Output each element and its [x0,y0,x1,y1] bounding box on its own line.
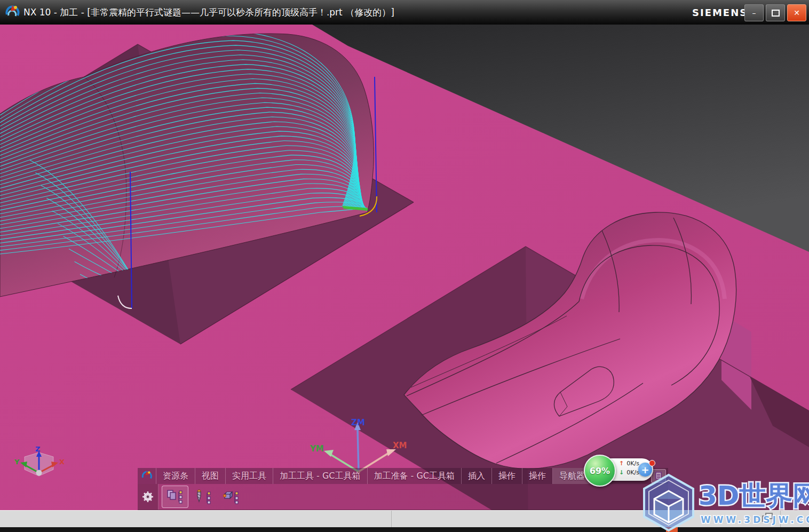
tab-5[interactable]: 插入 [462,468,492,484]
machine-tool-view-button[interactable] [191,486,216,507]
tab-label: 加工工具 - GC工具箱 [280,471,361,482]
plus-glyph: + [641,464,649,475]
download-arrow-icon: ↓ [619,469,624,476]
view-z-label: Z [35,445,40,453]
tab-label: 插入 [468,471,485,482]
geometry-view-button[interactable] [218,486,244,507]
tab-1[interactable]: 视图 [195,468,226,484]
speed-monitor-widget[interactable]: 69% ↑ 0K/s ↓ 0K/s + [584,457,654,483]
tab-3[interactable]: 加工工具 - GC工具箱 [273,468,368,484]
watermark-cube-icon [654,491,683,522]
upload-speed: 0K/s [626,460,639,467]
tab-6[interactable]: 操作 [492,468,522,484]
nx-logo-icon [141,470,153,482]
memory-percent-value: 69% [590,466,610,476]
wcs-y-label: YM [310,444,324,454]
nx-application-window: NX 10 - 加工 - [非常震精的平行式谜题——几乎可以秒杀所有的顶级高手！… [0,0,809,532]
tab-label: 操作 [498,471,515,482]
tab-0[interactable]: 资源条 [156,468,195,484]
triad-origin [36,470,42,476]
toolbar-icon-row [138,484,668,511]
minimize-glyph: – [752,9,756,17]
program-order-view-button[interactable] [162,486,188,508]
scrollbar-divider [391,511,392,528]
maximize-button[interactable] [766,4,785,21]
tab-label: 视图 [202,471,219,482]
program-order-view-icon [166,489,184,505]
tab-label: 实用工具 [232,471,266,482]
settings-button[interactable] [138,484,158,510]
toolbar-tabs: 资源条视图实用工具加工工具 - GC工具箱加工准备 - GC工具箱插入操作操作导… [156,468,592,484]
toolbar-nx-icon[interactable] [138,468,156,484]
gear-icon [141,490,154,503]
close-button[interactable]: ✕ [787,4,806,21]
memory-percent-ball[interactable]: 69% [584,455,616,487]
wcs-x-label: XM [393,441,407,450]
tab-7[interactable]: 操作 [522,468,553,484]
tab-4[interactable]: 加工准备 - GC工具箱 [368,468,462,484]
tab-label: 操作 [529,471,546,482]
download-speed: 0K/s [626,469,639,476]
view-y-label: Y [14,458,20,466]
tab-label: 导航器 [559,471,585,482]
wcs-z-label: ZM [351,418,365,427]
tab-2[interactable]: 实用工具 [226,468,273,484]
maximize-glyph [772,10,780,17]
tab-label: 加工准备 - GC工具箱 [374,471,455,482]
watermark-url: WWW.3DSJW.COM [701,514,809,525]
3dsjw-watermark: 3D世界网 WWW.3DSJW.COM [637,473,809,532]
graphics-viewport[interactable]: ZM YM XM Z X Y [0,25,809,532]
title-bar: NX 10 - 加工 - [非常震精的平行式谜题——几乎可以秒杀所有的顶级高手！… [0,0,809,25]
minimize-button[interactable]: – [744,4,764,21]
network-speeds: ↑ 0K/s ↓ 0K/s [619,459,639,477]
upload-arrow-icon: ↑ [619,460,624,467]
tab-label: 资源条 [163,471,188,482]
view-x-label: X [59,458,65,466]
machine-tool-view-icon [194,489,212,505]
watermark-title: 3D世界网 [699,480,809,511]
window-title: NX 10 - 加工 - [非常震精的平行式谜题——几乎可以秒杀所有的顶级高手！… [23,6,394,19]
close-glyph: ✕ [794,9,800,17]
geometry-view-icon [222,489,240,505]
siemens-logo: SIEMENS [692,7,748,18]
navigator-view-buttons [162,486,244,508]
notification-dot [649,460,655,466]
nx-app-icon [4,4,20,20]
